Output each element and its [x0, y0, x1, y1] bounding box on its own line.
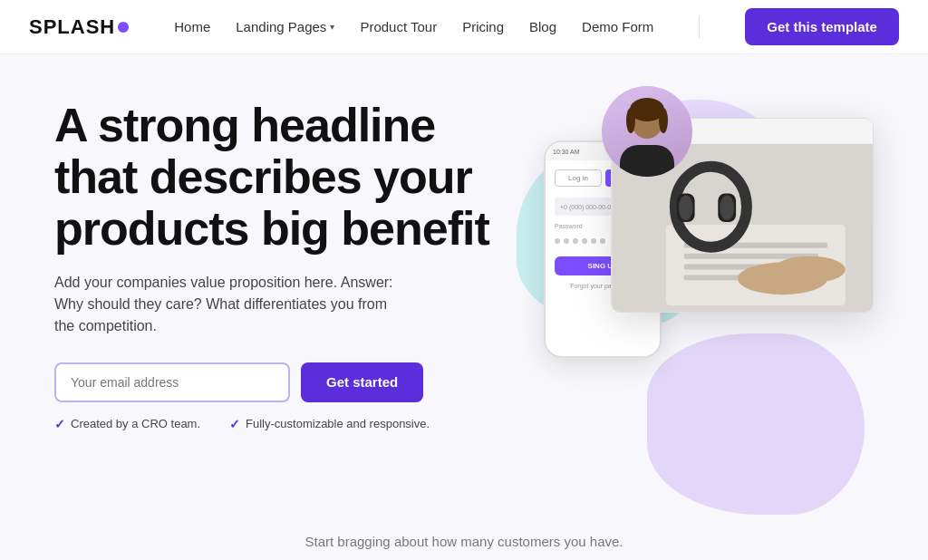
nav-divider: [699, 16, 700, 38]
svg-rect-1: [620, 145, 674, 177]
email-form: Get started: [54, 362, 489, 402]
nav-item-landing-pages[interactable]: Landing Pages ▾: [236, 19, 334, 34]
hero-subtext: Add your companies value proposition her…: [54, 272, 399, 337]
nav-blog-link[interactable]: Blog: [529, 19, 556, 34]
nav-landing-pages-link[interactable]: Landing Pages ▾: [236, 19, 334, 34]
checkmark-icon-2: ✓: [229, 417, 240, 431]
checkmark-icon-1: ✓: [54, 417, 65, 431]
nav-pricing-link[interactable]: Pricing: [462, 19, 504, 34]
blob-purple-bottom: [647, 333, 865, 515]
nav-links: Home Landing Pages ▾ Product Tour Pricin…: [174, 19, 653, 35]
check-item-1: ✓ Created by a CRO team.: [54, 417, 200, 431]
hero-right: 10:30 AM 100% Log in Sing up +0 (000) 00…: [489, 91, 874, 560]
hero-section: A strong headline that describes your pr…: [0, 54, 928, 560]
avatar: [602, 86, 692, 177]
dot-6: [600, 238, 605, 244]
avatar-person: [602, 86, 692, 177]
email-input[interactable]: [54, 362, 290, 402]
nav-product-tour-link[interactable]: Product Tour: [360, 19, 437, 34]
check-label-2: Fully-customizable and responsive.: [246, 417, 430, 430]
logo: SPLASH: [29, 15, 129, 39]
nav-landing-pages-label: Landing Pages: [236, 19, 326, 34]
check-label-1: Created by a CRO team.: [71, 417, 200, 430]
svg-point-14: [679, 195, 693, 220]
get-template-button[interactable]: Get this template: [745, 8, 899, 45]
person-silhouette: [611, 95, 683, 177]
svg-point-3: [626, 108, 635, 133]
logo-text: SPLASH: [29, 15, 115, 39]
svg-point-4: [659, 108, 668, 133]
nav-item-blog[interactable]: Blog: [529, 19, 556, 35]
nav-item-product-tour[interactable]: Product Tour: [360, 19, 437, 35]
nav-item-pricing[interactable]: Pricing: [462, 19, 504, 35]
check-item-2: ✓ Fully-customizable and responsive.: [229, 417, 430, 431]
nav-item-home[interactable]: Home: [174, 19, 210, 35]
logo-dot: [118, 22, 129, 33]
dot-1: [555, 238, 560, 244]
phone-time: 10:30 AM: [553, 149, 580, 155]
checkmarks: ✓ Created by a CRO team. ✓ Fully-customi…: [54, 417, 489, 431]
phone-tab-login[interactable]: Log in: [555, 169, 602, 187]
chevron-down-icon: ▾: [330, 22, 334, 32]
phone-field-value: +0 (000) 000-00-00: [560, 204, 614, 210]
get-started-button[interactable]: Get started: [301, 362, 423, 402]
dot-3: [573, 238, 578, 244]
svg-point-15: [720, 195, 734, 220]
dot-5: [591, 238, 596, 244]
hero-headline: A strong headline that describes your pr…: [54, 100, 489, 256]
nav-home-link[interactable]: Home: [174, 19, 210, 34]
navigation: SPLASH Home Landing Pages ▾ Product Tour…: [0, 0, 928, 54]
nav-demo-form-link[interactable]: Demo Form: [582, 19, 653, 34]
nav-item-demo-form[interactable]: Demo Form: [582, 19, 653, 35]
dot-4: [582, 238, 587, 244]
svg-point-17: [774, 256, 846, 284]
dot-2: [564, 238, 569, 244]
hero-left: A strong headline that describes your pr…: [54, 91, 489, 560]
